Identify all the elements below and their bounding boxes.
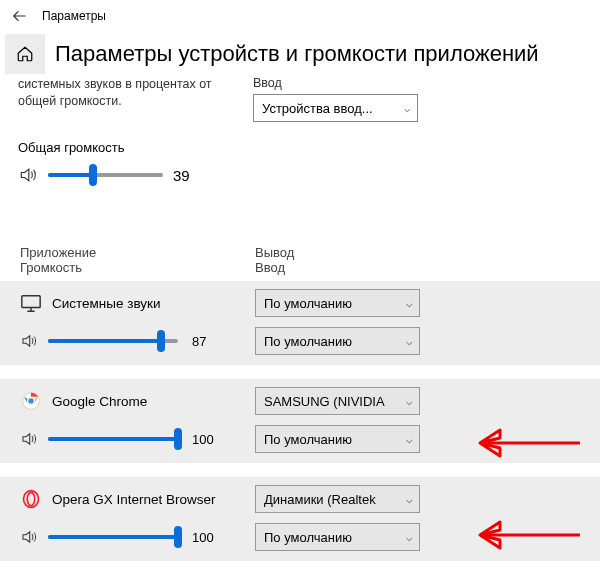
- chrome-input-select[interactable]: По умолчанию ⌵: [255, 425, 420, 453]
- chrome-output-select[interactable]: SAMSUNG (NIVIDIA ⌵: [255, 387, 420, 415]
- chrome-volume-slider[interactable]: [48, 437, 178, 441]
- chrome-icon: [20, 390, 42, 412]
- col-app-label: Приложение: [20, 245, 255, 260]
- system-input-select[interactable]: По умолчанию ⌵: [255, 327, 420, 355]
- chevron-down-icon: ⌵: [404, 102, 411, 115]
- col-volume-label: Громкость: [20, 260, 255, 275]
- opera-output-select[interactable]: Динамики (Realtek ⌵: [255, 485, 420, 513]
- app-row-system: Системные звуки По умолчанию ⌵ 87 По умо…: [0, 281, 600, 365]
- app-name-system: Системные звуки: [52, 296, 161, 311]
- chevron-down-icon: ⌵: [406, 395, 413, 408]
- back-icon[interactable]: [12, 8, 28, 24]
- speaker-icon[interactable]: [20, 429, 40, 449]
- chrome-volume-value: 100: [192, 432, 222, 447]
- svg-point-5: [27, 492, 35, 505]
- col-output-label: Вывод: [255, 245, 294, 260]
- opera-icon: [20, 488, 42, 510]
- app-row-opera: Opera GX Internet Browser Динамики (Real…: [0, 477, 600, 561]
- opera-input-select[interactable]: По умолчанию ⌵: [255, 523, 420, 551]
- chevron-down-icon: ⌵: [406, 493, 413, 506]
- master-volume-label: Общая громкость: [0, 140, 600, 155]
- input-device-select[interactable]: Устройства ввод... ⌵: [253, 94, 418, 122]
- col-input-label: Ввод: [255, 260, 294, 275]
- app-name-chrome: Google Chrome: [52, 394, 147, 409]
- speaker-icon[interactable]: [20, 527, 40, 547]
- opera-volume-value: 100: [192, 530, 222, 545]
- master-volume-slider[interactable]: [48, 173, 163, 177]
- system-volume-slider[interactable]: [48, 339, 178, 343]
- system-volume-value: 87: [192, 334, 222, 349]
- window-title: Параметры: [42, 9, 106, 23]
- svg-rect-0: [22, 296, 40, 308]
- speaker-icon[interactable]: [20, 331, 40, 351]
- chevron-down-icon: ⌵: [406, 531, 413, 544]
- svg-point-3: [28, 398, 35, 405]
- monitor-icon: [20, 292, 42, 314]
- page-title: Параметры устройств и громкости приложен…: [55, 41, 539, 67]
- input-device-selected: Устройства ввод...: [262, 101, 373, 116]
- subtext-left: системных звуков в процентах от общей гр…: [18, 76, 253, 122]
- home-button[interactable]: [5, 34, 45, 74]
- chevron-down-icon: ⌵: [406, 297, 413, 310]
- system-output-select[interactable]: По умолчанию ⌵: [255, 289, 420, 317]
- app-row-chrome: Google Chrome SAMSUNG (NIVIDIA ⌵ 100 По …: [0, 379, 600, 463]
- chevron-down-icon: ⌵: [406, 433, 413, 446]
- speaker-icon[interactable]: [18, 165, 38, 185]
- opera-volume-slider[interactable]: [48, 535, 178, 539]
- app-name-opera: Opera GX Internet Browser: [52, 492, 216, 507]
- input-device-label: Ввод: [253, 76, 418, 90]
- master-volume-value: 39: [173, 167, 203, 184]
- chevron-down-icon: ⌵: [406, 335, 413, 348]
